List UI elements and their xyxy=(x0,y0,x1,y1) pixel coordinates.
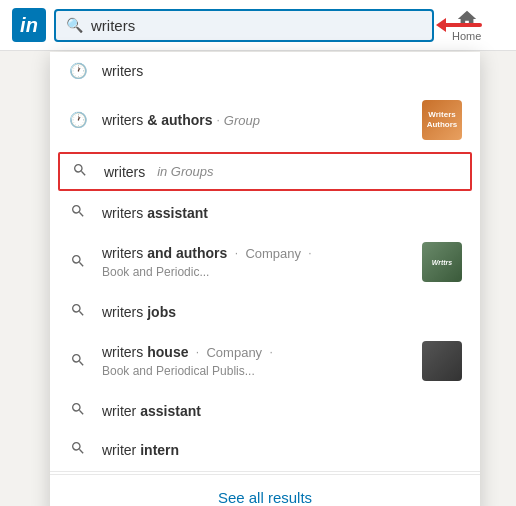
item-text: writers xyxy=(102,63,462,79)
see-all-results-link[interactable]: See all results xyxy=(50,474,480,506)
list-item[interactable]: writers assistant xyxy=(50,193,480,232)
search-box[interactable]: 🔍 xyxy=(54,9,434,42)
search-dropdown: 🕐 writers 🕐 writers & authors · Group Wr… xyxy=(50,52,480,506)
search-icon xyxy=(68,352,88,371)
clock-icon: 🕐 xyxy=(68,111,88,129)
red-arrow-indicator xyxy=(436,18,482,32)
list-item[interactable]: writers house · Company · Book and Perio… xyxy=(50,331,480,391)
clock-icon: 🕐 xyxy=(68,62,88,80)
item-text: writers and authors · Company · Book and… xyxy=(102,245,408,279)
item-text: writers house · Company · Book and Perio… xyxy=(102,344,408,378)
item-text: writers in Groups xyxy=(104,164,460,180)
linkedin-logo[interactable]: in xyxy=(12,8,46,42)
list-item[interactable]: writer intern xyxy=(50,430,480,469)
search-icon xyxy=(68,253,88,272)
search-icon xyxy=(68,302,88,321)
company-thumbnail xyxy=(422,341,462,381)
item-text: writer intern xyxy=(102,442,462,458)
list-item[interactable]: writer assistant xyxy=(50,391,480,430)
item-text: writers jobs xyxy=(102,304,462,320)
search-icon xyxy=(68,401,88,420)
divider xyxy=(50,471,480,472)
search-input[interactable] xyxy=(91,17,422,34)
search-icon xyxy=(68,440,88,459)
item-text: writers & authors · Group xyxy=(102,112,408,128)
item-text: writer assistant xyxy=(102,403,462,419)
item-text: writers assistant xyxy=(102,205,462,221)
list-item[interactable]: 🕐 writers & authors · Group WritersAutho… xyxy=(50,90,480,150)
list-item[interactable]: 🕐 writers xyxy=(50,52,480,90)
list-item[interactable]: writers and authors · Company · Book and… xyxy=(50,232,480,292)
search-icon: 🔍 xyxy=(66,17,83,33)
logo-text: in xyxy=(20,14,38,37)
list-item-writers-in-groups[interactable]: writers in Groups xyxy=(58,152,472,191)
company-thumbnail: Wrttrs xyxy=(422,242,462,282)
header: in 🔍 Home xyxy=(0,0,516,51)
search-icon xyxy=(68,203,88,222)
search-icon xyxy=(70,162,90,181)
list-item[interactable]: writers jobs xyxy=(50,292,480,331)
group-thumbnail: WritersAuthors xyxy=(422,100,462,140)
